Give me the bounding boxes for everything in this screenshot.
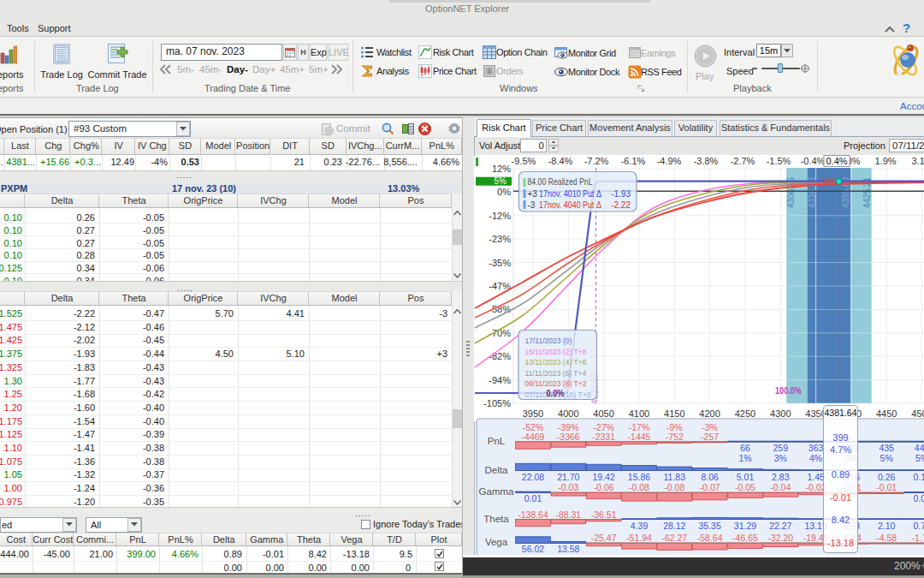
svg-text:13.58: 13.58 [557, 544, 579, 554]
svg-text:-0.06: -0.06 [594, 482, 614, 492]
svg-text:-32.20: -32.20 [767, 533, 793, 543]
svg-text:8.06: 8.06 [701, 472, 719, 482]
svg-text:22.27: 22.27 [769, 521, 791, 531]
svg-text:84.00 Realized PnL: 84.00 Realized PnL [528, 177, 593, 187]
svg-text:56.02: 56.02 [522, 544, 544, 554]
svg-text:-0.01: -0.01 [876, 482, 897, 492]
svg-text:11.83: 11.83 [664, 472, 686, 482]
svg-text:-4.9%: -4.9% [657, 156, 682, 166]
svg-text:Delta: Delta [485, 465, 508, 475]
svg-text:Gamma: Gamma [479, 486, 515, 497]
svg-text:-0.07: -0.07 [700, 482, 720, 492]
svg-text:-3: -3 [528, 200, 536, 210]
svg-text:11/11/2023 (6) T+4: 11/11/2023 (6) T+4 [524, 368, 586, 378]
svg-text:15.86: 15.86 [628, 472, 650, 482]
svg-text:-9.5%: -9.5% [512, 156, 536, 166]
svg-text:3.1%: 3.1% [911, 156, 924, 166]
svg-text:28.12: 28.12 [663, 521, 685, 531]
svg-text:0.26: 0.26 [878, 472, 896, 482]
svg-text:4.39: 4.39 [631, 521, 649, 531]
svg-text:-62.27: -62.27 [661, 533, 687, 543]
svg-text:5%: 5% [915, 453, 924, 463]
svg-text:+3: +3 [528, 189, 538, 199]
svg-text:22.08: 22.08 [522, 472, 544, 482]
svg-text:-0.08: -0.08 [629, 482, 649, 492]
svg-text:Vega: Vega [485, 537, 508, 547]
svg-text:1%: 1% [738, 453, 751, 463]
svg-text:-2.22: -2.22 [611, 200, 631, 210]
svg-text:17nov. 4040 Put Δ: 17nov. 4040 Put Δ [539, 200, 601, 210]
svg-text:-3.8%: -3.8% [694, 156, 719, 166]
svg-text:-94%: -94% [489, 375, 511, 385]
svg-text:-58.64: -58.64 [697, 533, 723, 543]
svg-text:2.10: 2.10 [878, 521, 896, 531]
svg-text:-0.04: -0.04 [770, 482, 791, 492]
svg-text:-0.4%: -0.4% [801, 156, 826, 166]
svg-text:21.70: 21.70 [557, 472, 579, 482]
svg-text:-6.1%: -6.1% [621, 156, 646, 166]
svg-text:-12%: -12% [489, 211, 511, 221]
svg-text:Theta: Theta [483, 514, 509, 524]
svg-text:-88.31: -88.31 [555, 509, 581, 520]
svg-text:17nov. 4010 Put Δ: 17nov. 4010 Put Δ [539, 189, 601, 199]
svg-text:363: 363 [808, 443, 824, 453]
svg-text:-46.65: -46.65 [732, 533, 758, 543]
svg-text:0%: 0% [497, 187, 511, 197]
svg-text:-36.51: -36.51 [591, 509, 617, 520]
svg-text:-82%: -82% [489, 351, 511, 361]
svg-text:3%: 3% [774, 453, 787, 463]
svg-text:2.83: 2.83 [772, 472, 790, 482]
svg-text:13/11/2023 (4) T+6: 13/11/2023 (4) T+6 [524, 357, 586, 366]
svg-text:5%: 5% [880, 453, 893, 463]
svg-text:31.29: 31.29 [734, 521, 756, 531]
svg-text:5.01: 5.01 [737, 472, 755, 482]
svg-text:-35%: -35% [489, 258, 511, 268]
svg-text:1.45: 1.45 [807, 472, 825, 482]
svg-text:435: 435 [879, 443, 894, 453]
svg-text:17/11/2023 (0): 17/11/2023 (0) [524, 336, 572, 345]
svg-text:09/11/2023 (8) T+2: 09/11/2023 (8) T+2 [524, 378, 586, 388]
svg-text:PnL: PnL [488, 436, 506, 446]
svg-text:-1.5%: -1.5% [767, 156, 791, 166]
svg-text:-25.47: -25.47 [591, 533, 617, 543]
svg-text:-0.03: -0.03 [558, 482, 578, 492]
svg-text:1.9%: 1.9% [874, 156, 896, 166]
svg-text:15/11/2023 (2) T+8: 15/11/2023 (2) T+8 [524, 347, 586, 356]
svg-text:-51.94: -51.94 [626, 533, 652, 543]
svg-text:-1445: -1445 [628, 432, 651, 442]
svg-text:0.4%: 0.4% [826, 156, 847, 166]
svg-text:-752: -752 [666, 432, 684, 442]
svg-text:100.0%: 100.0% [775, 386, 802, 396]
svg-text:259: 259 [773, 443, 789, 453]
svg-text:-257: -257 [701, 432, 719, 442]
svg-text:-7.2%: -7.2% [584, 156, 609, 166]
svg-text:0.01: 0.01 [524, 493, 542, 504]
svg-text:35.35: 35.35 [698, 521, 720, 531]
svg-text:0.10: 0.10 [913, 472, 924, 482]
svg-text:19.42: 19.42 [592, 472, 614, 482]
svg-text:-0.08: -0.08 [664, 482, 684, 492]
svg-text:-0.05: -0.05 [735, 482, 755, 492]
svg-text:5%: 5% [495, 176, 507, 186]
svg-text:-4.58: -4.58 [876, 533, 897, 543]
svg-text:0.00: 0.00 [913, 493, 924, 504]
svg-text:-138.64: -138.64 [518, 509, 548, 520]
svg-text:445: 445 [915, 443, 924, 453]
svg-text:-105%: -105% [483, 398, 511, 408]
svg-text:-1.77: -1.77 [912, 533, 924, 543]
svg-text:-23%: -23% [489, 234, 511, 244]
svg-text:4%: 4% [809, 453, 822, 463]
svg-text:0.75: 0.75 [913, 521, 924, 531]
svg-text:-8.4%: -8.4% [548, 156, 573, 166]
svg-text:-2331: -2331 [592, 432, 615, 442]
svg-text:-3366: -3366 [557, 432, 580, 442]
svg-text:-1.93: -1.93 [611, 189, 631, 199]
svg-text:$: $ [487, 67, 491, 75]
svg-text:0.0%: 0.0% [547, 389, 565, 398]
svg-text:-4469: -4469 [522, 432, 545, 442]
svg-text:12%: 12% [492, 164, 511, 174]
svg-text:-2.7%: -2.7% [731, 156, 755, 166]
svg-text:66: 66 [740, 443, 750, 453]
